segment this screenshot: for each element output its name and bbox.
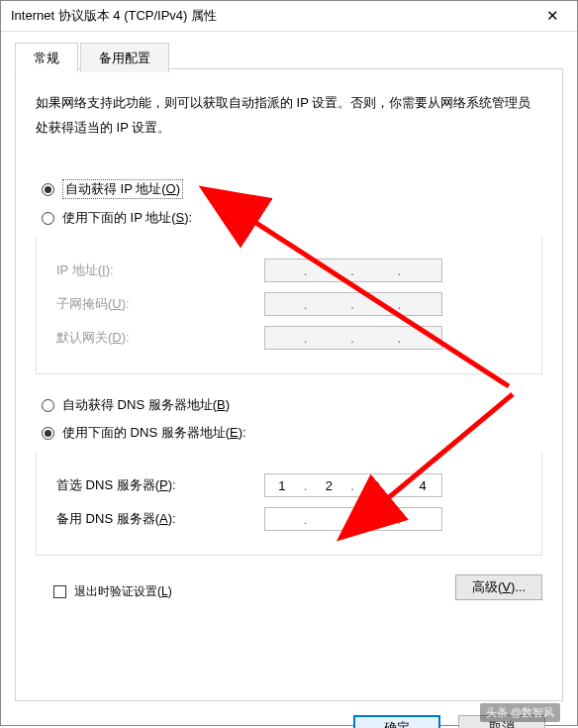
ok-button[interactable]: 确定: [353, 715, 440, 728]
tab-general[interactable]: 常规: [15, 43, 78, 73]
dns-fieldset: 首选 DNS 服务器(P): 1. 2. 3. 4 备用 DNS 服务器(A):…: [36, 452, 542, 556]
subnet-mask-label: 子网掩码(U):: [56, 295, 264, 313]
alternate-dns-input[interactable]: ...: [264, 507, 442, 531]
preferred-dns-input[interactable]: 1. 2. 3. 4: [264, 473, 442, 497]
radio-manual-dns[interactable]: [42, 427, 54, 440]
tabstrip: 常规 备用配置: [15, 42, 563, 69]
annotation-arrows: [16, 69, 570, 703]
radio-manual-ip-label: 使用下面的 IP 地址(S):: [62, 209, 192, 227]
radio-manual-ip-row[interactable]: 使用下面的 IP 地址(S):: [42, 209, 542, 227]
validate-checkbox[interactable]: [53, 585, 66, 598]
radio-manual-dns-label: 使用下面的 DNS 服务器地址(E):: [62, 424, 246, 442]
radio-manual-ip[interactable]: [42, 212, 54, 225]
subnet-mask-input: ...: [264, 292, 442, 316]
gateway-input: ...: [264, 326, 442, 350]
advanced-button[interactable]: 高级(V)...: [455, 574, 542, 600]
close-icon[interactable]: ✕: [538, 7, 567, 25]
description-text: 如果网络支持此功能，则可以获取自动指派的 IP 设置。否则，你需要从网络系统管理…: [36, 91, 542, 140]
radio-auto-ip[interactable]: [42, 183, 54, 196]
radio-manual-dns-row[interactable]: 使用下面的 DNS 服务器地址(E):: [42, 424, 542, 442]
preferred-dns-label: 首选 DNS 服务器(P):: [56, 476, 264, 494]
radio-auto-ip-row[interactable]: 自动获得 IP 地址(O): [42, 179, 542, 199]
ip-address-input: ...: [264, 259, 442, 282]
radio-auto-dns-label: 自动获得 DNS 服务器地址(B): [62, 396, 230, 414]
validate-checkbox-row[interactable]: 退出时验证设置(L): [53, 583, 172, 600]
titlebar: Internet 协议版本 4 (TCP/IPv4) 属性 ✕: [1, 1, 577, 32]
radio-auto-dns[interactable]: [42, 399, 54, 412]
ip-address-label: IP 地址(I):: [56, 261, 264, 279]
tab-alternate[interactable]: 备用配置: [80, 43, 169, 72]
radio-auto-ip-label: 自动获得 IP 地址(O): [62, 179, 183, 199]
alternate-dns-label: 备用 DNS 服务器(A):: [56, 510, 264, 528]
ip-fieldset: IP 地址(I): ... 子网掩码(U): ... 默: [36, 237, 542, 374]
gateway-label: 默认网关(D):: [56, 329, 264, 347]
dialog-window: Internet 协议版本 4 (TCP/IPv4) 属性 ✕ 常规 备用配置 …: [0, 0, 578, 726]
radio-auto-dns-row[interactable]: 自动获得 DNS 服务器地址(B): [42, 396, 542, 414]
window-title: Internet 协议版本 4 (TCP/IPv4) 属性: [11, 7, 217, 25]
content-area: 常规 备用配置 如果网络支持此功能，则可以获取自动指派的 IP 设置。否则，你需…: [1, 32, 577, 728]
watermark: 头条 @数智风: [480, 703, 560, 722]
tab-panel: 如果网络支持此功能，则可以获取自动指派的 IP 设置。否则，你需要从网络系统管理…: [15, 69, 563, 701]
validate-checkbox-label: 退出时验证设置(L): [74, 583, 172, 600]
